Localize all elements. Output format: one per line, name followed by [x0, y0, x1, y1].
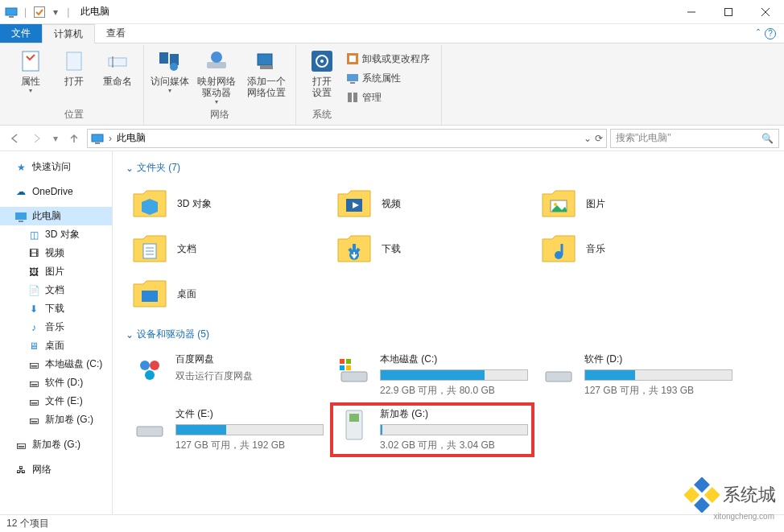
minimize-button[interactable]: [673, 0, 710, 24]
svg-rect-26: [353, 93, 357, 102]
system-properties-button[interactable]: 系统属性: [346, 69, 430, 87]
drive-icon: 🖴: [27, 414, 40, 427]
access-media-button[interactable]: 访问媒体 ▾: [151, 47, 189, 94]
folder-item-3d[interactable]: 3D 对象: [126, 181, 330, 226]
download-icon: ⬇: [27, 303, 40, 315]
drive-icon: 🖴: [27, 395, 40, 408]
folder-documents-icon: [132, 233, 167, 265]
navigation-sidebar: ★快速访问 ☁OneDrive 此电脑 ◫3D 对象 🎞视频 🖼图片 📄文档 ⬇…: [0, 151, 113, 514]
window-controls: [673, 0, 784, 24]
section-drives-header[interactable]: ⌄设备和驱动器 (5): [126, 328, 771, 341]
svg-rect-24: [350, 82, 355, 84]
close-button[interactable]: [747, 0, 784, 24]
ribbon: 属性 ▾ 打开 重命名 位置 访问媒体 ▾ 映射网络 驱动器: [0, 43, 784, 126]
drive-item-baidu[interactable]: 百度网盘双击运行百度网盘: [126, 348, 330, 402]
group-label-network: 网络: [210, 106, 229, 125]
ribbon-group-system: 打开 设置 系统 卸载或更改程序 系统属性 管理: [296, 45, 442, 125]
recent-dropdown[interactable]: ▾: [50, 129, 61, 148]
window-title: 此电脑: [80, 5, 109, 19]
chevron-down-icon: ▾: [29, 87, 32, 94]
sidebar-item-videos[interactable]: 🎞视频: [0, 244, 112, 262]
picture-icon: 🖼: [27, 266, 40, 278]
manage-button[interactable]: 管理: [346, 89, 430, 106]
open-button[interactable]: 打开: [55, 47, 93, 87]
folder-item-pictures[interactable]: 图片: [534, 181, 739, 226]
chevron-right-icon[interactable]: ›: [109, 133, 112, 144]
sidebar-item-drive-g1[interactable]: 🖴新加卷 (G:): [0, 410, 112, 429]
cloud-icon: ☁: [14, 185, 27, 198]
refresh-icon[interactable]: ⟳: [595, 133, 603, 144]
sidebar-item-pictures[interactable]: 🖼图片: [0, 262, 112, 281]
address-bar-row: ▾ › 此电脑 ⌄⟳ 搜索"此电脑" 🔍: [0, 126, 784, 151]
properties-button[interactable]: 属性 ▾: [11, 47, 50, 94]
svg-rect-22: [349, 56, 356, 62]
sidebar-item-downloads[interactable]: ⬇下载: [0, 299, 112, 318]
svg-rect-59: [684, 487, 699, 503]
folder-item-music[interactable]: 音乐: [534, 226, 739, 271]
svg-rect-57: [694, 477, 710, 493]
tab-computer[interactable]: 计算机: [42, 24, 95, 43]
svg-rect-23: [347, 74, 358, 81]
status-bar: 12 个项目: [0, 514, 784, 532]
chevron-down-icon: ⌄: [126, 329, 134, 340]
back-button[interactable]: [5, 129, 24, 148]
sidebar-item-onedrive[interactable]: ☁OneDrive: [0, 183, 112, 200]
network-icon: 🖧: [14, 464, 27, 476]
sidebar-item-music[interactable]: ♪音乐: [0, 318, 112, 336]
sidebar-item-drive-g2[interactable]: 🖴新加卷 (G:): [0, 435, 112, 454]
sidebar-item-network[interactable]: 🖧网络: [0, 460, 112, 479]
maximize-button[interactable]: [710, 0, 747, 24]
sidebar-item-drive-c[interactable]: 🖴本地磁盘 (C:): [0, 355, 112, 373]
svg-rect-17: [260, 65, 273, 69]
sidebar-item-desktop[interactable]: 🖥桌面: [0, 336, 112, 355]
drive-item-d[interactable]: 软件 (D:)127 GB 可用，共 193 GB: [534, 348, 739, 402]
drive-item-g[interactable]: 新加卷 (G:)3.02 GB 可用，共 3.04 GB: [330, 402, 534, 457]
map-drive-button[interactable]: 映射网络 驱动器 ▾: [194, 47, 239, 105]
svg-rect-56: [349, 414, 359, 422]
address-bar[interactable]: › 此电脑 ⌄⟳: [87, 129, 607, 148]
sidebar-item-3d-objects[interactable]: ◫3D 对象: [0, 225, 112, 244]
folder-video-icon: [336, 188, 372, 220]
sidebar-item-drive-e[interactable]: 🖴文件 (E:): [0, 392, 112, 410]
sidebar-item-documents[interactable]: 📄文档: [0, 281, 112, 299]
open-settings-button[interactable]: 打开 设置: [303, 47, 341, 98]
sidebar-item-quick-access[interactable]: ★快速访问: [0, 158, 112, 176]
svg-point-35: [554, 203, 557, 206]
search-input[interactable]: 搜索"此电脑" 🔍: [610, 129, 779, 148]
folder-item-desktop[interactable]: 桌面: [126, 271, 330, 316]
add-location-button[interactable]: 添加一个 网络位置: [244, 47, 289, 98]
tab-file[interactable]: 文件: [0, 24, 42, 43]
sidebar-item-this-pc[interactable]: 此电脑: [0, 207, 112, 225]
ribbon-help[interactable]: ˆ?: [757, 24, 784, 43]
dropdown-icon[interactable]: ▾: [49, 6, 62, 19]
svg-rect-60: [694, 497, 710, 513]
desktop-icon: 🖥: [27, 340, 40, 353]
folder-item-videos[interactable]: 视频: [330, 181, 534, 226]
folder-downloads-icon: [336, 233, 372, 265]
drive-item-c[interactable]: 本地磁盘 (C:)22.9 GB 可用，共 80.0 GB: [330, 348, 534, 402]
open-icon: [61, 48, 87, 74]
sidebar-item-drive-d[interactable]: 🖴软件 (D:): [0, 373, 112, 392]
up-button[interactable]: [64, 129, 84, 148]
address-path: 此电脑: [117, 131, 146, 145]
forward-button[interactable]: [27, 129, 47, 148]
svg-rect-50: [346, 359, 351, 364]
checkbox-icon[interactable]: [33, 6, 46, 19]
watermark-brand: 系统城: [723, 483, 776, 507]
drive-item-e[interactable]: 文件 (E:)127 GB 可用，共 192 GB: [126, 402, 330, 457]
drive-c-icon: [336, 351, 372, 390]
tab-view[interactable]: 查看: [95, 24, 137, 43]
dropdown-icon[interactable]: ⌄: [584, 133, 592, 144]
svg-rect-0: [6, 8, 17, 15]
usage-bar: [380, 369, 528, 381]
main-area: ★快速访问 ☁OneDrive 此电脑 ◫3D 对象 🎞视频 🖼图片 📄文档 ⬇…: [0, 151, 784, 514]
manage-icon: [346, 91, 359, 104]
uninstall-button[interactable]: 卸载或更改程序: [346, 50, 430, 68]
titlebar-left: | ▾ | 此电脑: [0, 5, 109, 19]
section-folders-header[interactable]: ⌄文件夹 (7): [126, 161, 771, 175]
svg-rect-49: [340, 359, 345, 364]
folder-item-documents[interactable]: 文档: [126, 226, 330, 271]
folder-item-downloads[interactable]: 下载: [330, 226, 534, 271]
svg-point-15: [211, 52, 222, 63]
rename-button[interactable]: 重命名: [98, 47, 137, 87]
